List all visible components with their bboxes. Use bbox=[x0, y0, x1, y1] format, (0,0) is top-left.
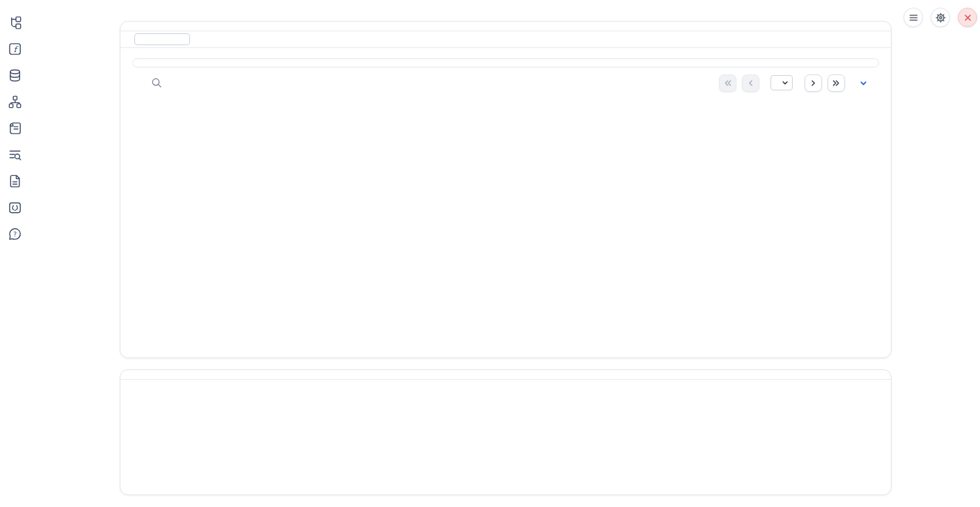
help-icon[interactable]: ? bbox=[6, 225, 23, 242]
chevron-down-icon bbox=[782, 79, 789, 86]
svg-text:?: ? bbox=[13, 230, 16, 237]
chevron-left-icon bbox=[746, 79, 755, 88]
documentation-icon[interactable] bbox=[6, 172, 23, 189]
settings-button[interactable] bbox=[931, 8, 950, 27]
variables-icon[interactable]: f bbox=[6, 40, 23, 57]
marimo-notebook: f ? bbox=[0, 0, 980, 507]
sql-cell bbox=[120, 21, 892, 358]
sidebar: f ? bbox=[6, 14, 23, 242]
outline-search-icon[interactable] bbox=[6, 146, 23, 163]
chevrons-left-icon bbox=[723, 79, 732, 88]
search-button[interactable] bbox=[151, 77, 162, 88]
data-table bbox=[132, 58, 879, 67]
next-page-button[interactable] bbox=[805, 74, 822, 92]
gear-icon bbox=[935, 13, 946, 23]
svg-text:f: f bbox=[13, 44, 19, 54]
chevrons-right-icon bbox=[832, 79, 841, 88]
first-page-button[interactable] bbox=[719, 74, 736, 92]
table-footer bbox=[132, 67, 879, 98]
header-actions bbox=[903, 8, 977, 27]
last-page-button[interactable] bbox=[828, 74, 845, 92]
shutdown-button[interactable] bbox=[958, 8, 977, 27]
pagination bbox=[719, 74, 867, 92]
prev-page-button[interactable] bbox=[742, 74, 759, 92]
datasources-icon[interactable] bbox=[6, 67, 23, 83]
file-explorer-icon[interactable] bbox=[6, 14, 23, 31]
output-variable-row bbox=[120, 31, 891, 47]
python-code-editor[interactable] bbox=[120, 370, 891, 379]
page-select[interactable] bbox=[770, 75, 793, 90]
close-icon bbox=[963, 13, 973, 23]
snippets-icon[interactable] bbox=[6, 199, 23, 216]
chevron-right-icon bbox=[809, 79, 818, 88]
menu-icon bbox=[908, 13, 919, 23]
logs-icon[interactable] bbox=[6, 120, 23, 136]
table-header bbox=[133, 59, 878, 67]
python-cell bbox=[120, 369, 892, 495]
sql-code-editor[interactable] bbox=[120, 22, 891, 31]
dependencies-icon[interactable] bbox=[6, 93, 23, 110]
table-output bbox=[120, 48, 891, 98]
list-output bbox=[120, 380, 891, 389]
download-button[interactable] bbox=[857, 79, 867, 87]
output-variable-input[interactable] bbox=[134, 33, 190, 45]
chevron-down-icon bbox=[860, 79, 867, 87]
search-icon bbox=[151, 77, 162, 88]
menu-button[interactable] bbox=[903, 8, 923, 27]
